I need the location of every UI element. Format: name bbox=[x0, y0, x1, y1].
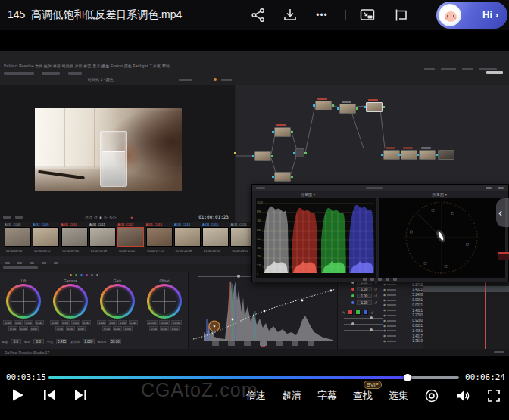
wheel-value[interactable]: 0.00 bbox=[35, 320, 44, 325]
wheel-ring-offset[interactable] bbox=[147, 284, 182, 319]
reset-icon[interactable]: ↺ bbox=[370, 310, 373, 315]
wheel-value[interactable]: 0.00 bbox=[77, 326, 86, 331]
play-button[interactable] bbox=[9, 387, 26, 403]
wheel-value[interactable]: 0.00 bbox=[149, 326, 158, 331]
previous-episode-button[interactable] bbox=[41, 387, 58, 403]
keyframe-row[interactable]: ◆1.3519 bbox=[383, 339, 423, 344]
keyframe-row[interactable]: ◆0.0021 bbox=[383, 303, 423, 308]
wheel-value[interactable]: 0.00 bbox=[30, 326, 39, 331]
clip-cell[interactable]: A031_C00901:00:03:12 bbox=[33, 222, 59, 256]
red-swatch[interactable] bbox=[348, 310, 353, 315]
clip-cell[interactable]: A031_C01101:00:10:18 bbox=[89, 222, 116, 256]
wheel-gamma[interactable]: Gamma0.000.000.000.000.000.000.00 bbox=[47, 278, 94, 331]
wheel-value[interactable]: 0.00 bbox=[61, 320, 70, 325]
curve-mode-icon-active[interactable] bbox=[260, 341, 267, 346]
next-episode-button[interactable] bbox=[73, 387, 89, 403]
keyframe-row[interactable]: ◆1.4017 bbox=[383, 334, 423, 339]
reset-icon[interactable]: ↺ bbox=[374, 287, 377, 291]
clip-thumbnail[interactable] bbox=[5, 227, 31, 247]
keyframe-row[interactable]: ◆1.4051 bbox=[383, 328, 423, 334]
clip-thumbnail[interactable] bbox=[89, 227, 116, 247]
blue-swatch[interactable] bbox=[363, 310, 368, 315]
account-pill[interactable]: Hi › bbox=[436, 2, 507, 29]
wheel-value[interactable]: 0.00 bbox=[113, 326, 122, 331]
wheel-value[interactable]: 0.00 bbox=[14, 320, 23, 325]
curve-mode-icon[interactable] bbox=[244, 341, 251, 346]
mini-window-icon[interactable] bbox=[392, 7, 409, 23]
wheel-value[interactable]: 0.00 bbox=[82, 320, 91, 325]
clip-thumbnail[interactable] bbox=[146, 227, 173, 247]
reset-icon[interactable]: ↺ bbox=[374, 294, 377, 298]
curve-mode-icon[interactable] bbox=[276, 341, 283, 346]
wheel-lift[interactable]: Lift0.000.000.000.000.000.000.00 bbox=[0, 278, 47, 331]
pencil-icon[interactable]: ✎ bbox=[342, 310, 345, 315]
wheel-value[interactable]: 0.00 bbox=[8, 326, 17, 331]
clip-cell[interactable]: A031_C01501:00:24:20 bbox=[202, 222, 229, 256]
progress-handle[interactable] bbox=[404, 374, 411, 381]
playback-buttons[interactable]: ◁◁ ◁ ■ ▷ ▷▷ bbox=[85, 215, 117, 219]
download-icon[interactable] bbox=[282, 7, 298, 23]
wheel-value[interactable]: 25.00 bbox=[159, 320, 170, 325]
curve-mode-icon[interactable] bbox=[228, 341, 235, 346]
curve-mode-icon[interactable] bbox=[212, 341, 219, 346]
wheel-value[interactable]: 1.00 bbox=[97, 320, 106, 325]
param-slider[interactable] bbox=[344, 324, 383, 325]
wheel-value[interactable]: 1.00 bbox=[129, 320, 138, 325]
wheel-value[interactable]: 0.00 bbox=[123, 326, 133, 331]
active-curve-point-highlight[interactable] bbox=[209, 321, 220, 331]
player-btn-episodes[interactable]: 选集 bbox=[389, 389, 408, 403]
clip-thumbnail[interactable] bbox=[202, 227, 229, 247]
share-icon[interactable] bbox=[250, 7, 267, 23]
keyframe-row[interactable]: ◆0.0001 bbox=[383, 297, 423, 303]
node-11[interactable] bbox=[438, 150, 454, 160]
clip-thumbnail[interactable] bbox=[174, 227, 201, 247]
wheel-ring-lift[interactable] bbox=[6, 284, 41, 319]
adjust-value[interactable]: 0.435 bbox=[56, 339, 67, 344]
node-07-selected[interactable] bbox=[366, 102, 383, 112]
clip-cell[interactable]: A031_C01201:00:14:02 bbox=[117, 222, 144, 256]
player-btn-quality[interactable]: 超清 bbox=[282, 389, 301, 403]
parade-title[interactable]: 分量图 ▾ bbox=[301, 192, 315, 197]
wheel-value[interactable]: 1.00 bbox=[108, 320, 117, 325]
reset-icon[interactable]: ↺ bbox=[374, 300, 377, 305]
wheel-value[interactable]: 0.00 bbox=[19, 326, 28, 331]
node-05[interactable] bbox=[315, 101, 332, 110]
adjust-value[interactable]: 1.000 bbox=[83, 339, 94, 344]
wheel-offset[interactable]: Offset25.0025.0025.000.000.000.00 bbox=[141, 278, 188, 331]
param-slider[interactable] bbox=[344, 318, 383, 319]
keyframe-timeline[interactable] bbox=[423, 272, 509, 349]
node-06[interactable] bbox=[339, 104, 356, 114]
keyframe-row[interactable]: ◆5.1403 bbox=[383, 292, 423, 297]
wheel-ring-gamma[interactable] bbox=[53, 284, 88, 319]
keyframe-playhead[interactable] bbox=[485, 272, 486, 349]
scopes-window[interactable]: 分量图 ▾ 矢量图 ▾ bbox=[251, 184, 509, 282]
param-slider[interactable] bbox=[344, 330, 383, 331]
channel-value[interactable]: 1.00 bbox=[357, 287, 372, 291]
scopes-titlebar[interactable] bbox=[252, 185, 508, 191]
wheel-value[interactable]: 0.00 bbox=[160, 326, 169, 331]
more-options-icon[interactable]: ••• bbox=[314, 7, 330, 23]
node-01[interactable] bbox=[254, 151, 271, 161]
node-08[interactable] bbox=[383, 150, 400, 160]
wheel-value[interactable]: 0.00 bbox=[71, 320, 80, 325]
episode-drawer-handle[interactable]: ‹ bbox=[496, 198, 509, 227]
clip-thumbnail[interactable] bbox=[61, 227, 88, 247]
palette-tab-dots[interactable] bbox=[70, 274, 98, 276]
keyframe-row[interactable]: ◆0.1710 bbox=[383, 282, 423, 288]
wheel-value[interactable]: 25.00 bbox=[171, 320, 182, 325]
adjust-value[interactable]: 50.00 bbox=[110, 339, 121, 344]
player-btn-subtitle[interactable]: 字幕 bbox=[317, 389, 337, 403]
node-03[interactable] bbox=[274, 172, 291, 182]
node-mixer[interactable] bbox=[295, 148, 304, 157]
wheel-value[interactable]: 0.00 bbox=[3, 320, 12, 325]
vectorscope-title[interactable]: 矢量图 ▾ bbox=[432, 192, 447, 197]
adjust-value[interactable]: 0.0 bbox=[11, 339, 21, 344]
clip-thumbnail[interactable] bbox=[117, 227, 144, 247]
hi-label[interactable]: Hi › bbox=[482, 9, 498, 20]
wheel-ring-gain[interactable] bbox=[100, 284, 135, 319]
clip-cell[interactable]: A031_C01401:00:21:08 bbox=[174, 222, 201, 256]
clip-cell[interactable]: A031_C00801:00:00:00 bbox=[5, 222, 31, 256]
wheel-value[interactable]: 1.00 bbox=[118, 320, 127, 325]
wheel-gain[interactable]: Gain1.001.001.001.000.000.000.00 bbox=[94, 278, 141, 331]
adjust-value[interactable]: 0.0 bbox=[33, 339, 44, 344]
